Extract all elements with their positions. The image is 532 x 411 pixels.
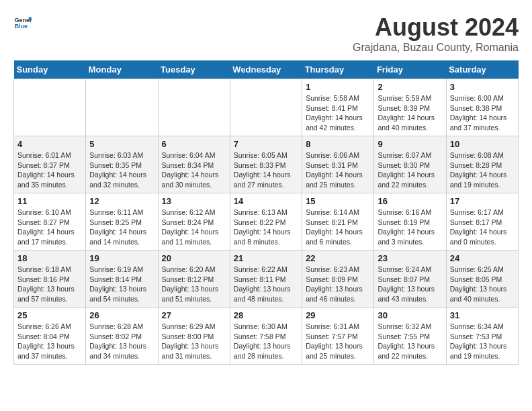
calendar-cell: 6Sunrise: 6:04 AM Sunset: 8:34 PM Daylig… xyxy=(158,136,230,193)
day-detail: Sunrise: 6:24 AM Sunset: 8:07 PM Dayligh… xyxy=(378,265,442,304)
day-number: 13 xyxy=(162,196,226,206)
title-area: August 2024 Grajdana, Buzau County, Roma… xyxy=(353,13,519,54)
calendar-cell: 11Sunrise: 6:10 AM Sunset: 8:27 PM Dayli… xyxy=(14,193,86,250)
day-number: 19 xyxy=(89,253,154,263)
day-number: 6 xyxy=(162,139,226,149)
day-detail: Sunrise: 6:30 AM Sunset: 7:58 PM Dayligh… xyxy=(234,322,298,361)
weekday-header-monday: Monday xyxy=(86,60,158,79)
calendar-cell xyxy=(158,79,230,136)
day-number: 26 xyxy=(89,310,154,320)
day-number: 14 xyxy=(234,196,298,206)
day-number: 24 xyxy=(450,253,515,263)
day-number: 17 xyxy=(450,196,515,206)
calendar-cell: 18Sunrise: 6:18 AM Sunset: 8:16 PM Dayli… xyxy=(14,250,86,308)
day-detail: Sunrise: 6:31 AM Sunset: 7:57 PM Dayligh… xyxy=(306,322,370,361)
day-number: 25 xyxy=(17,310,82,320)
day-detail: Sunrise: 6:07 AM Sunset: 8:30 PM Dayligh… xyxy=(378,150,442,190)
day-number: 23 xyxy=(378,253,442,263)
day-detail: Sunrise: 6:06 AM Sunset: 8:31 PM Dayligh… xyxy=(306,150,370,190)
day-number: 16 xyxy=(378,196,442,206)
day-detail: Sunrise: 6:12 AM Sunset: 8:24 PM Dayligh… xyxy=(162,208,226,247)
day-number: 28 xyxy=(234,310,298,320)
calendar-cell: 17Sunrise: 6:17 AM Sunset: 8:17 PM Dayli… xyxy=(446,193,518,250)
day-number: 2 xyxy=(378,82,442,92)
calendar-cell xyxy=(14,79,86,136)
calendar-cell: 27Sunrise: 6:29 AM Sunset: 8:00 PM Dayli… xyxy=(158,308,230,365)
day-detail: Sunrise: 6:18 AM Sunset: 8:16 PM Dayligh… xyxy=(17,265,82,304)
day-detail: Sunrise: 6:04 AM Sunset: 8:34 PM Dayligh… xyxy=(162,150,226,190)
calendar-cell: 10Sunrise: 6:08 AM Sunset: 8:28 PM Dayli… xyxy=(446,136,518,193)
calendar-cell xyxy=(86,79,158,136)
calendar-cell: 7Sunrise: 6:05 AM Sunset: 8:33 PM Daylig… xyxy=(230,136,302,193)
day-detail: Sunrise: 6:11 AM Sunset: 8:25 PM Dayligh… xyxy=(89,208,154,247)
calendar-body: 1Sunrise: 5:58 AM Sunset: 8:41 PM Daylig… xyxy=(14,79,519,365)
day-number: 18 xyxy=(17,253,82,263)
header: General Blue August 2024 Grajdana, Buzau… xyxy=(13,13,519,54)
calendar-cell: 1Sunrise: 5:58 AM Sunset: 8:41 PM Daylig… xyxy=(302,79,374,136)
week-row-5: 25Sunrise: 6:26 AM Sunset: 8:04 PM Dayli… xyxy=(14,308,519,365)
day-number: 9 xyxy=(378,139,442,149)
calendar-cell: 25Sunrise: 6:26 AM Sunset: 8:04 PM Dayli… xyxy=(14,308,86,365)
day-detail: Sunrise: 6:01 AM Sunset: 8:37 PM Dayligh… xyxy=(17,150,82,190)
calendar-cell: 12Sunrise: 6:11 AM Sunset: 8:25 PM Dayli… xyxy=(86,193,158,250)
day-number: 3 xyxy=(450,82,515,92)
calendar-cell: 20Sunrise: 6:20 AM Sunset: 8:12 PM Dayli… xyxy=(158,250,230,308)
subtitle: Grajdana, Buzau County, Romania xyxy=(353,42,519,54)
calendar-cell: 8Sunrise: 6:06 AM Sunset: 8:31 PM Daylig… xyxy=(302,136,374,193)
day-detail: Sunrise: 6:23 AM Sunset: 8:09 PM Dayligh… xyxy=(306,265,370,304)
calendar-cell: 2Sunrise: 5:59 AM Sunset: 8:39 PM Daylig… xyxy=(374,79,446,136)
day-number: 30 xyxy=(378,310,442,320)
calendar-cell: 3Sunrise: 6:00 AM Sunset: 8:38 PM Daylig… xyxy=(446,79,518,136)
day-number: 27 xyxy=(162,310,226,320)
day-detail: Sunrise: 6:10 AM Sunset: 8:27 PM Dayligh… xyxy=(17,208,82,247)
day-detail: Sunrise: 6:29 AM Sunset: 8:00 PM Dayligh… xyxy=(162,322,226,361)
week-row-1: 1Sunrise: 5:58 AM Sunset: 8:41 PM Daylig… xyxy=(14,79,519,136)
logo: General Blue xyxy=(13,13,32,32)
day-detail: Sunrise: 6:17 AM Sunset: 8:17 PM Dayligh… xyxy=(450,208,515,247)
calendar-cell: 24Sunrise: 6:25 AM Sunset: 8:05 PM Dayli… xyxy=(446,250,518,308)
calendar-cell: 14Sunrise: 6:13 AM Sunset: 8:22 PM Dayli… xyxy=(230,193,302,250)
calendar-table: SundayMondayTuesdayWednesdayThursdayFrid… xyxy=(13,60,519,365)
week-row-3: 11Sunrise: 6:10 AM Sunset: 8:27 PM Dayli… xyxy=(14,193,519,250)
calendar-cell: 23Sunrise: 6:24 AM Sunset: 8:07 PM Dayli… xyxy=(374,250,446,308)
calendar-cell: 29Sunrise: 6:31 AM Sunset: 7:57 PM Dayli… xyxy=(302,308,374,365)
day-detail: Sunrise: 6:26 AM Sunset: 8:04 PM Dayligh… xyxy=(17,322,82,361)
day-detail: Sunrise: 6:22 AM Sunset: 8:11 PM Dayligh… xyxy=(234,265,298,304)
day-detail: Sunrise: 6:13 AM Sunset: 8:22 PM Dayligh… xyxy=(234,208,298,247)
calendar-cell xyxy=(230,79,302,136)
weekday-header-saturday: Saturday xyxy=(446,60,518,79)
main-title: August 2024 xyxy=(353,13,519,42)
day-number: 7 xyxy=(234,139,298,149)
day-detail: Sunrise: 6:03 AM Sunset: 8:35 PM Dayligh… xyxy=(89,150,154,190)
weekday-header-sunday: Sunday xyxy=(14,60,86,79)
weekday-header-friday: Friday xyxy=(374,60,446,79)
calendar-cell: 19Sunrise: 6:19 AM Sunset: 8:14 PM Dayli… xyxy=(86,250,158,308)
weekday-header-wednesday: Wednesday xyxy=(230,60,302,79)
weekday-header-thursday: Thursday xyxy=(302,60,374,79)
day-detail: Sunrise: 6:14 AM Sunset: 8:21 PM Dayligh… xyxy=(306,208,370,247)
calendar-cell: 21Sunrise: 6:22 AM Sunset: 8:11 PM Dayli… xyxy=(230,250,302,308)
day-number: 8 xyxy=(306,139,370,149)
day-detail: Sunrise: 6:28 AM Sunset: 8:02 PM Dayligh… xyxy=(89,322,154,361)
calendar-cell: 13Sunrise: 6:12 AM Sunset: 8:24 PM Dayli… xyxy=(158,193,230,250)
svg-text:Blue: Blue xyxy=(14,23,28,30)
day-number: 1 xyxy=(306,82,370,92)
week-row-4: 18Sunrise: 6:18 AM Sunset: 8:16 PM Dayli… xyxy=(14,250,519,308)
weekday-header-tuesday: Tuesday xyxy=(158,60,230,79)
calendar-cell: 30Sunrise: 6:32 AM Sunset: 7:55 PM Dayli… xyxy=(374,308,446,365)
week-row-2: 4Sunrise: 6:01 AM Sunset: 8:37 PM Daylig… xyxy=(14,136,519,193)
day-number: 11 xyxy=(17,196,82,206)
day-number: 29 xyxy=(306,310,370,320)
day-number: 21 xyxy=(234,253,298,263)
day-number: 5 xyxy=(89,139,154,149)
calendar-cell: 31Sunrise: 6:34 AM Sunset: 7:53 PM Dayli… xyxy=(446,308,518,365)
day-number: 10 xyxy=(450,139,515,149)
day-detail: Sunrise: 6:25 AM Sunset: 8:05 PM Dayligh… xyxy=(450,265,515,304)
day-detail: Sunrise: 6:20 AM Sunset: 8:12 PM Dayligh… xyxy=(162,265,226,304)
day-number: 15 xyxy=(306,196,370,206)
calendar-cell: 4Sunrise: 6:01 AM Sunset: 8:37 PM Daylig… xyxy=(14,136,86,193)
weekday-header-row: SundayMondayTuesdayWednesdayThursdayFrid… xyxy=(14,60,519,79)
day-detail: Sunrise: 6:19 AM Sunset: 8:14 PM Dayligh… xyxy=(89,265,154,304)
calendar-cell: 15Sunrise: 6:14 AM Sunset: 8:21 PM Dayli… xyxy=(302,193,374,250)
logo-icon: General Blue xyxy=(13,13,32,32)
